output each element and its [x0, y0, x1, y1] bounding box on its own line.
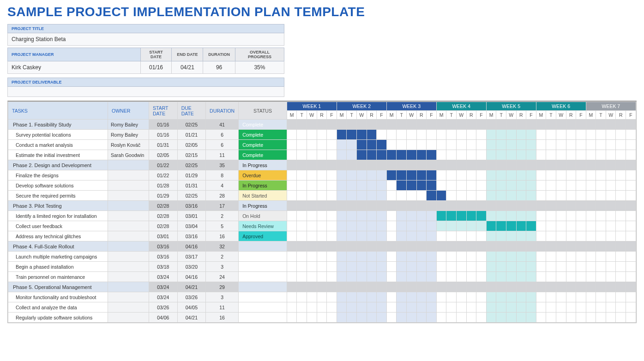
task-owner[interactable]: Roslyn Kováč	[108, 140, 149, 150]
task-status[interactable]	[239, 313, 287, 323]
project-start-date[interactable]: 01/16	[140, 61, 172, 74]
task-due[interactable]: 04/16	[177, 272, 205, 282]
task-status[interactable]: Complete	[239, 150, 287, 160]
task-due[interactable]: 04/16	[177, 241, 205, 252]
task-owner[interactable]	[108, 292, 149, 302]
task-status[interactable]: Not Started	[239, 191, 287, 201]
project-end-date[interactable]: 04/21	[172, 61, 203, 74]
task-start[interactable]: 02/28	[149, 211, 178, 221]
task-owner[interactable]	[108, 231, 149, 241]
task-status[interactable]	[239, 282, 287, 292]
task-status[interactable]	[239, 302, 287, 313]
task-start[interactable]: 02/28	[149, 201, 178, 211]
task-start[interactable]: 03/01	[149, 231, 178, 241]
task-due[interactable]: 02/25	[177, 120, 205, 130]
task-name[interactable]: Secure the required permits	[8, 191, 108, 201]
task-name[interactable]: Phase 3. Pilot Testing	[8, 201, 108, 211]
task-start[interactable]: 01/16	[149, 120, 178, 130]
task-owner[interactable]: Romy Bailey	[108, 120, 149, 130]
task-due[interactable]: 01/29	[177, 170, 205, 180]
task-due[interactable]: 03/04	[177, 221, 205, 231]
task-name[interactable]: Address any technical glitches	[8, 231, 108, 241]
task-owner[interactable]	[108, 180, 149, 191]
task-name[interactable]: Phase 4. Full-Scale Rollout	[8, 241, 108, 252]
task-owner[interactable]: Romy Bailey	[108, 130, 149, 140]
task-name[interactable]: Develop software solutions	[8, 180, 108, 191]
task-due[interactable]: 04/21	[177, 282, 205, 292]
task-due[interactable]: 03/16	[177, 201, 205, 211]
task-status[interactable]: On Hold	[239, 211, 287, 221]
task-name[interactable]: Monitor functionality and troubleshoot	[8, 292, 108, 302]
task-due[interactable]: 02/05	[177, 140, 205, 150]
task-status[interactable]	[239, 292, 287, 302]
task-name[interactable]: Collect and analyze the data	[8, 302, 108, 313]
task-due[interactable]: 04/21	[177, 313, 205, 323]
task-start[interactable]: 02/28	[149, 221, 178, 231]
project-manager-value[interactable]: Kirk Caskey	[8, 61, 141, 74]
task-status[interactable]: Needs Review	[239, 221, 287, 231]
task-owner[interactable]	[108, 191, 149, 201]
project-deliverable-value[interactable]	[8, 87, 284, 97]
task-start[interactable]: 03/18	[149, 262, 178, 272]
task-owner[interactable]	[108, 221, 149, 231]
task-status[interactable]: In Progress	[239, 160, 287, 170]
task-due[interactable]: 03/16	[177, 231, 205, 241]
task-status[interactable]: Complete	[239, 120, 287, 130]
task-start[interactable]: 01/29	[149, 191, 178, 201]
task-start[interactable]: 03/16	[149, 241, 178, 252]
task-status[interactable]: Approved	[239, 231, 287, 241]
task-due[interactable]: 02/15	[177, 150, 205, 160]
task-owner[interactable]	[108, 160, 149, 170]
task-name[interactable]: Phase 5. Operational Management	[8, 282, 108, 292]
task-name[interactable]: Collect user feedback	[8, 221, 108, 231]
task-status[interactable]: Complete	[239, 130, 287, 140]
task-status[interactable]	[239, 272, 287, 282]
task-name[interactable]: Survey potential locations	[8, 130, 108, 140]
task-status[interactable]	[239, 241, 287, 252]
task-status[interactable]	[239, 252, 287, 262]
task-name[interactable]: Conduct a market analysis	[8, 140, 108, 150]
task-start[interactable]: 01/16	[149, 130, 178, 140]
task-name[interactable]: Phase 1. Feasibility Study	[8, 120, 108, 130]
task-start[interactable]: 04/06	[149, 313, 178, 323]
task-owner[interactable]	[108, 272, 149, 282]
task-start[interactable]: 01/22	[149, 170, 178, 180]
task-start[interactable]: 02/05	[149, 150, 178, 160]
task-due[interactable]: 02/25	[177, 191, 205, 201]
task-due[interactable]: 03/17	[177, 252, 205, 262]
task-owner[interactable]	[108, 252, 149, 262]
task-status[interactable]: In Progress	[239, 180, 287, 191]
task-due[interactable]: 01/31	[177, 180, 205, 191]
task-owner[interactable]	[108, 313, 149, 323]
task-due[interactable]: 03/01	[177, 211, 205, 221]
task-name[interactable]: Identify a limited region for installati…	[8, 211, 108, 221]
task-owner[interactable]: Sarah Goodwin	[108, 150, 149, 160]
task-owner[interactable]	[108, 201, 149, 211]
task-due[interactable]: 04/05	[177, 302, 205, 313]
task-start[interactable]: 03/24	[149, 282, 178, 292]
task-name[interactable]: Phase 2. Design and Development	[8, 160, 108, 170]
task-name[interactable]: Finalize the designs	[8, 170, 108, 180]
task-start[interactable]: 03/24	[149, 292, 178, 302]
task-due[interactable]: 03/26	[177, 292, 205, 302]
project-title-value[interactable]: Charging Station Beta	[8, 33, 284, 46]
task-start[interactable]: 03/26	[149, 302, 178, 313]
task-owner[interactable]	[108, 302, 149, 313]
task-name[interactable]: Begin a phased installation	[8, 262, 108, 272]
task-name[interactable]: Train personnel on maintenance	[8, 272, 108, 282]
task-name[interactable]: Estimate the initial investment	[8, 150, 108, 160]
task-name[interactable]: Launch multiple marketing campaigns	[8, 252, 108, 262]
task-due[interactable]: 01/21	[177, 130, 205, 140]
task-start[interactable]: 03/24	[149, 272, 178, 282]
task-status[interactable]: Overdue	[239, 170, 287, 180]
task-owner[interactable]	[108, 262, 149, 272]
task-name[interactable]: Regularly update software solutions	[8, 313, 108, 323]
plan-table-wrap[interactable]: TASKSOWNERSTART DATEDUE DATEDURATIONSTAT…	[7, 101, 637, 323]
task-start[interactable]: 03/16	[149, 252, 178, 262]
task-owner[interactable]	[108, 282, 149, 292]
task-status[interactable]: In Progress	[239, 201, 287, 211]
task-owner[interactable]	[108, 170, 149, 180]
task-start[interactable]: 01/22	[149, 160, 178, 170]
task-start[interactable]: 01/31	[149, 140, 178, 150]
task-due[interactable]: 03/20	[177, 262, 205, 272]
